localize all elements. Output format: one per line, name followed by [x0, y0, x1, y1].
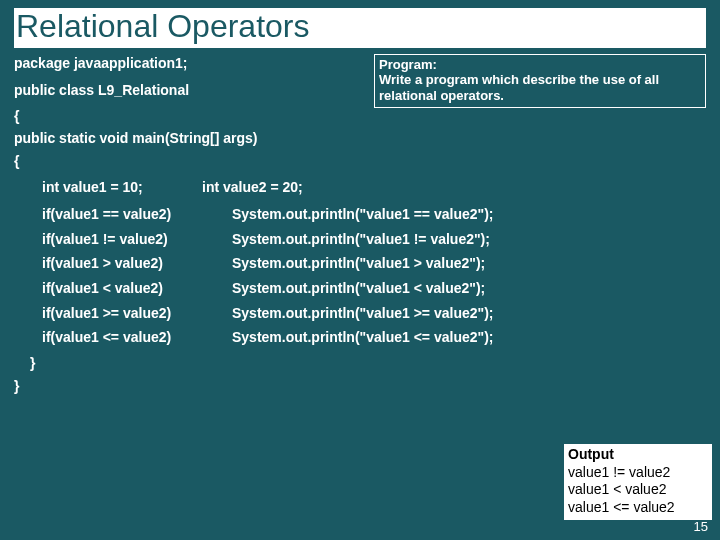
- code-class: public class L9_Relational: [14, 81, 706, 101]
- output-heading: Output: [568, 446, 708, 464]
- brace-open-1: {: [14, 107, 706, 127]
- slide: Relational Operators Program: Write a pr…: [0, 0, 720, 540]
- content-area: Program: Write a program which describe …: [14, 54, 706, 397]
- code-block: package javaapplication1; public class L…: [14, 54, 706, 397]
- code-row: if(value1 <= value2) System.out.println(…: [42, 328, 706, 348]
- if-body: System.out.println("value1 != value2");: [232, 230, 706, 250]
- output-line: value1 < value2: [568, 481, 708, 499]
- page-number: 15: [694, 519, 708, 534]
- code-body: int value1 = 10; int value2 = 20; if(val…: [14, 178, 706, 348]
- code-row: if(value1 < value2) System.out.println("…: [42, 279, 706, 299]
- code-row: if(value1 != value2) System.out.println(…: [42, 230, 706, 250]
- if-body: System.out.println("value1 <= value2");: [232, 328, 706, 348]
- if-body: System.out.println("value1 == value2");: [232, 205, 706, 225]
- decl-value2: int value2 = 20;: [202, 178, 303, 198]
- brace-open-2: {: [14, 152, 706, 172]
- if-body: System.out.println("value1 >= value2");: [232, 304, 706, 324]
- if-cond: if(value1 != value2): [42, 230, 232, 250]
- title-text: Relational Operators: [16, 8, 309, 44]
- brace-close-1: }: [14, 377, 706, 397]
- code-row: if(value1 > value2) System.out.println("…: [42, 254, 706, 274]
- code-row: if(value1 == value2) System.out.println(…: [42, 205, 706, 225]
- if-cond: if(value1 >= value2): [42, 304, 232, 324]
- if-cond: if(value1 == value2): [42, 205, 232, 225]
- output-line: value1 <= value2: [568, 499, 708, 517]
- if-body: System.out.println("value1 < value2");: [232, 279, 706, 299]
- code-row: if(value1 >= value2) System.out.println(…: [42, 304, 706, 324]
- if-cond: if(value1 < value2): [42, 279, 232, 299]
- if-body: System.out.println("value1 > value2");: [232, 254, 706, 274]
- output-line: value1 != value2: [568, 464, 708, 482]
- brace-close-2: }: [14, 354, 706, 374]
- if-cond: if(value1 <= value2): [42, 328, 232, 348]
- if-cond: if(value1 > value2): [42, 254, 232, 274]
- code-package: package javaapplication1;: [14, 54, 706, 74]
- decl-value1: int value1 = 10;: [42, 178, 202, 198]
- code-main-sig: public static void main(String[] args): [14, 129, 706, 149]
- output-box: Output value1 != value2 value1 < value2 …: [564, 444, 712, 520]
- page-title: Relational Operators: [14, 8, 706, 48]
